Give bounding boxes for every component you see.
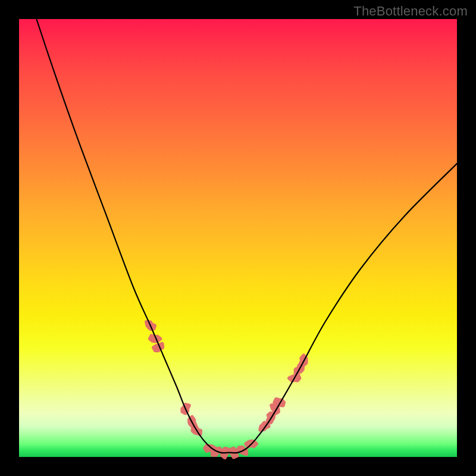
bottleneck-curve [36,19,457,453]
chart-frame: TheBottleneck.com [0,0,476,476]
watermark-text: TheBottleneck.com [353,4,468,19]
marker-group [146,322,306,458]
chart-overlay [19,19,457,457]
